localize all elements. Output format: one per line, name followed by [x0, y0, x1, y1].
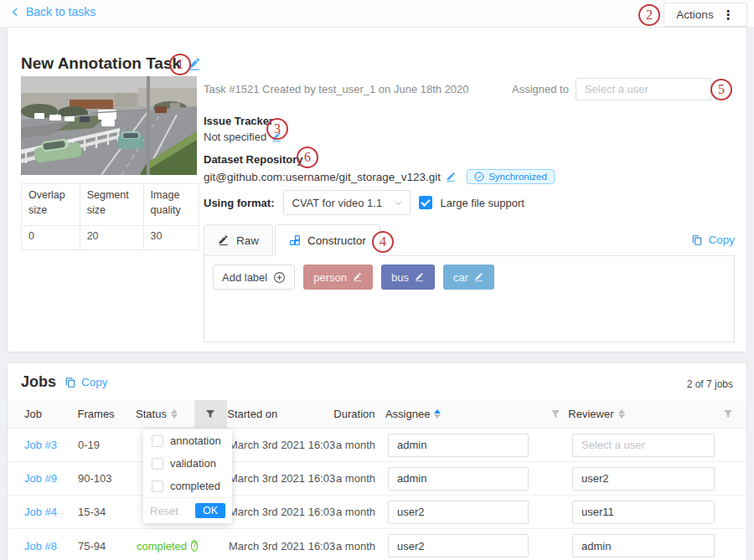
sort-icon-active[interactable]: [434, 409, 441, 419]
task-parameters-table: Overlap size Segment size Image quality …: [21, 183, 199, 250]
filter-option-annotation[interactable]: annotation: [143, 429, 232, 452]
sort-icon[interactable]: [171, 409, 178, 419]
job-duration: a month: [336, 540, 388, 552]
more-vertical-icon: ⋮: [722, 8, 735, 21]
add-label-button[interactable]: Add label: [213, 265, 295, 290]
filter-reset-button[interactable]: Reset: [150, 505, 178, 517]
label-chip-person[interactable]: person: [303, 265, 373, 290]
assignee-input[interactable]: [388, 467, 529, 491]
copy-icon: [691, 234, 703, 246]
filter-funnel-icon: [723, 409, 733, 419]
filter-funnel-icon: [550, 409, 560, 419]
jobs-panel: Jobs Copy 2 of 7 jobs Job Frames Status …: [7, 362, 747, 560]
filter-ok-button[interactable]: OK: [195, 503, 225, 518]
assignee-filter-button[interactable]: [544, 409, 569, 419]
job-status: completed: [137, 540, 187, 552]
using-format-label: Using format:: [204, 197, 275, 209]
assigned-to-input[interactable]: [576, 78, 711, 100]
large-file-support-checkbox[interactable]: [419, 196, 432, 209]
param-header-quality: Image quality: [143, 184, 199, 226]
status-filter-dropdown: annotation validation completed Reset OK: [143, 429, 232, 523]
filter-funnel-icon: [205, 409, 215, 419]
job-frames: 0-19: [78, 439, 137, 451]
edit-repository-icon[interactable]: [446, 172, 457, 182]
task-title: New Annotation Task: [21, 54, 181, 73]
dataset-repository-label: Dataset Repository: [204, 153, 555, 166]
job-duration: a month: [336, 506, 388, 518]
format-selected-value: CVAT for video 1.1: [292, 197, 383, 209]
job-link[interactable]: Job #9: [24, 472, 57, 485]
job-started: March 3rd 2021 16:03: [229, 506, 336, 518]
job-started: March 3rd 2021 16:03: [229, 439, 336, 451]
job-row: Job #8 75-94 completed ? March 3rd 2021 …: [8, 529, 746, 560]
build-icon: [289, 234, 301, 246]
edit-label-icon[interactable]: [353, 272, 363, 282]
actions-button[interactable]: Actions ⋮: [664, 3, 747, 27]
issue-tracker-value: Not specified: [204, 131, 266, 143]
job-duration: a month: [336, 439, 388, 451]
label-chip-person-name: person: [313, 271, 347, 284]
task-meta: Task #1521 Created by test_user_1 on Jun…: [204, 83, 469, 95]
assignee-input[interactable]: [388, 534, 529, 557]
checkbox-unchecked[interactable]: [152, 458, 163, 470]
filter-option-validation[interactable]: validation: [143, 452, 232, 475]
annotation-marker-5: 5: [710, 79, 732, 100]
job-started: March 3rd 2021 16:03: [229, 540, 336, 552]
filter-option-completed[interactable]: completed: [143, 475, 232, 497]
jobs-title: Jobs: [21, 373, 56, 391]
dataset-repository-url: git@github.com:username/git_storage_v123…: [204, 171, 441, 183]
reviewer-input[interactable]: [572, 434, 715, 457]
param-value-segment: 20: [80, 226, 143, 250]
column-assignee-label: Assignee: [385, 408, 430, 420]
assignee-input[interactable]: [388, 501, 529, 524]
annotation-marker-4: 4: [372, 231, 394, 253]
sync-status-label: Synchronized: [488, 172, 547, 182]
reviewer-input[interactable]: [572, 534, 715, 557]
status-filter-button[interactable]: [194, 400, 228, 428]
param-header-segment: Segment size: [80, 184, 143, 226]
tab-raw[interactable]: Raw: [204, 224, 273, 256]
edit-label-icon[interactable]: [415, 272, 425, 282]
task-detail-panel: New Annotation Task: [7, 27, 747, 352]
pencil-icon: [218, 234, 230, 246]
reviewer-input[interactable]: [572, 467, 715, 491]
checkbox-unchecked[interactable]: [152, 480, 163, 492]
back-to-tasks-link[interactable]: Back to tasks: [10, 5, 96, 18]
assigned-to-label: Assigned to: [512, 83, 569, 95]
label-chip-bus[interactable]: bus: [381, 265, 435, 290]
sort-icon[interactable]: [618, 409, 625, 419]
reviewer-input[interactable]: [572, 501, 715, 524]
job-duration: a month: [336, 472, 388, 485]
tab-raw-label: Raw: [236, 234, 259, 247]
job-link[interactable]: Job #4: [24, 506, 57, 518]
plus-circle-icon: [273, 271, 286, 284]
job-frames: 90-103: [78, 472, 137, 485]
job-row: Job #9 90-103 March 3rd 2021 16:03 a mon…: [8, 462, 746, 496]
label-chip-car-name: car: [453, 271, 468, 284]
label-chip-car[interactable]: car: [443, 265, 494, 290]
jobs-copy-button[interactable]: Copy: [65, 376, 108, 388]
checkbox-unchecked[interactable]: [152, 435, 163, 447]
large-file-support-label: Large file support: [441, 197, 524, 209]
tab-constructor-label: Constructor: [307, 234, 366, 247]
format-select[interactable]: CVAT for video 1.1: [283, 190, 411, 215]
column-status[interactable]: Status: [136, 408, 194, 420]
sync-status-badge[interactable]: Synchronized: [467, 169, 555, 184]
column-reviewer[interactable]: Reviewer: [568, 408, 723, 420]
chevron-left-icon: [10, 7, 21, 18]
actions-label: Actions: [676, 8, 713, 21]
job-link[interactable]: Job #3: [24, 439, 57, 451]
param-value-overlap: 0: [22, 226, 80, 250]
filter-option-label: validation: [170, 457, 216, 470]
assignee-input[interactable]: [388, 434, 529, 457]
labels-copy-button[interactable]: Copy: [691, 234, 735, 246]
reviewer-filter-button[interactable]: [723, 409, 746, 419]
task-preview-image: [21, 76, 197, 175]
column-started-on: Started on: [227, 408, 333, 420]
tab-constructor[interactable]: Constructor: [275, 224, 380, 256]
copy-icon: [65, 377, 76, 388]
job-link[interactable]: Job #8: [24, 540, 57, 552]
chevron-down-icon: [394, 198, 403, 208]
edit-label-icon[interactable]: [474, 272, 484, 282]
column-assignee[interactable]: Assignee: [385, 408, 544, 420]
